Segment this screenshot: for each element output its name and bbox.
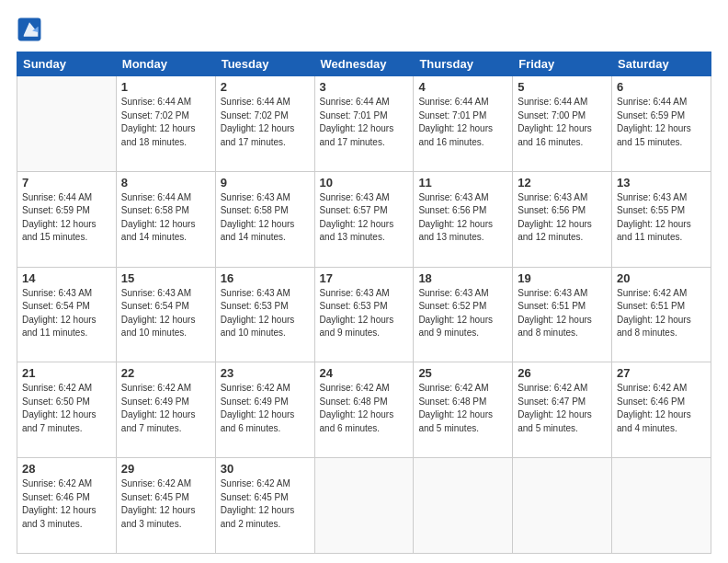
day-info: Sunrise: 6:43 AMSunset: 6:56 PMDaylight:… bbox=[418, 191, 507, 245]
day-number: 5 bbox=[518, 80, 607, 94]
col-header-saturday: Saturday bbox=[612, 52, 711, 76]
day-number: 26 bbox=[518, 366, 607, 380]
week-row: 7Sunrise: 6:44 AMSunset: 6:59 PMDaylight… bbox=[17, 171, 711, 267]
day-info: Sunrise: 6:42 AMSunset: 6:48 PMDaylight:… bbox=[418, 382, 507, 435]
day-info: Sunrise: 6:42 AMSunset: 6:50 PMDaylight:… bbox=[22, 382, 111, 435]
col-header-monday: Monday bbox=[116, 52, 215, 76]
calendar-cell: 13Sunrise: 6:43 AMSunset: 6:55 PMDayligh… bbox=[612, 171, 711, 267]
calendar-cell: 20Sunrise: 6:42 AMSunset: 6:51 PMDayligh… bbox=[612, 267, 711, 362]
day-number: 12 bbox=[518, 176, 607, 190]
day-info: Sunrise: 6:43 AMSunset: 6:54 PMDaylight:… bbox=[22, 287, 111, 340]
col-header-wednesday: Wednesday bbox=[314, 52, 414, 76]
day-number: 13 bbox=[617, 176, 706, 190]
calendar-cell: 4Sunrise: 6:44 AMSunset: 7:01 PMDaylight… bbox=[414, 76, 513, 172]
day-info: Sunrise: 6:43 AMSunset: 6:58 PMDaylight:… bbox=[221, 191, 310, 245]
logo bbox=[17, 17, 46, 42]
day-info: Sunrise: 6:44 AMSunset: 7:01 PMDaylight:… bbox=[320, 96, 409, 149]
calendar-cell: 1Sunrise: 6:44 AMSunset: 7:02 PMDaylight… bbox=[116, 76, 215, 172]
day-info: Sunrise: 6:44 AMSunset: 7:02 PMDaylight:… bbox=[121, 96, 210, 149]
day-number: 9 bbox=[221, 176, 310, 190]
day-info: Sunrise: 6:44 AMSunset: 7:02 PMDaylight:… bbox=[221, 96, 310, 149]
day-number: 11 bbox=[418, 176, 507, 190]
logo-icon bbox=[17, 17, 42, 42]
calendar-cell: 6Sunrise: 6:44 AMSunset: 6:59 PMDaylight… bbox=[612, 76, 711, 172]
day-info: Sunrise: 6:42 AMSunset: 6:46 PMDaylight:… bbox=[617, 382, 706, 435]
day-number: 14 bbox=[22, 271, 111, 285]
col-header-thursday: Thursday bbox=[414, 52, 513, 76]
calendar-cell: 26Sunrise: 6:42 AMSunset: 6:47 PMDayligh… bbox=[513, 362, 612, 458]
calendar-cell: 25Sunrise: 6:42 AMSunset: 6:48 PMDayligh… bbox=[414, 362, 513, 458]
calendar-cell: 2Sunrise: 6:44 AMSunset: 7:02 PMDaylight… bbox=[215, 76, 314, 172]
day-number: 15 bbox=[121, 271, 210, 285]
day-info: Sunrise: 6:42 AMSunset: 6:49 PMDaylight:… bbox=[221, 382, 310, 435]
calendar-cell: 10Sunrise: 6:43 AMSunset: 6:57 PMDayligh… bbox=[314, 171, 414, 267]
calendar-cell bbox=[612, 458, 711, 554]
calendar-cell: 11Sunrise: 6:43 AMSunset: 6:56 PMDayligh… bbox=[414, 171, 513, 267]
calendar-cell: 19Sunrise: 6:43 AMSunset: 6:51 PMDayligh… bbox=[513, 267, 612, 362]
day-number: 29 bbox=[121, 462, 210, 476]
page: SundayMondayTuesdayWednesdayThursdayFrid… bbox=[0, 0, 728, 563]
week-row: 28Sunrise: 6:42 AMSunset: 6:46 PMDayligh… bbox=[17, 458, 711, 554]
day-info: Sunrise: 6:44 AMSunset: 7:00 PMDaylight:… bbox=[518, 96, 607, 149]
calendar-cell bbox=[314, 458, 414, 554]
day-info: Sunrise: 6:42 AMSunset: 6:45 PMDaylight:… bbox=[121, 477, 210, 531]
calendar-cell: 12Sunrise: 6:43 AMSunset: 6:56 PMDayligh… bbox=[513, 171, 612, 267]
day-number: 21 bbox=[22, 366, 111, 380]
day-info: Sunrise: 6:42 AMSunset: 6:45 PMDaylight:… bbox=[221, 477, 310, 531]
day-info: Sunrise: 6:42 AMSunset: 6:46 PMDaylight:… bbox=[22, 477, 111, 531]
day-info: Sunrise: 6:43 AMSunset: 6:56 PMDaylight:… bbox=[518, 191, 607, 245]
day-number: 23 bbox=[221, 366, 310, 380]
calendar-cell bbox=[414, 458, 513, 554]
day-number: 10 bbox=[320, 176, 409, 190]
day-info: Sunrise: 6:44 AMSunset: 7:01 PMDaylight:… bbox=[418, 96, 507, 149]
calendar-cell: 9Sunrise: 6:43 AMSunset: 6:58 PMDaylight… bbox=[215, 171, 314, 267]
calendar-cell: 17Sunrise: 6:43 AMSunset: 6:53 PMDayligh… bbox=[314, 267, 414, 362]
day-info: Sunrise: 6:43 AMSunset: 6:55 PMDaylight:… bbox=[617, 191, 706, 245]
day-number: 30 bbox=[221, 462, 310, 476]
day-info: Sunrise: 6:42 AMSunset: 6:51 PMDaylight:… bbox=[617, 287, 706, 340]
col-header-friday: Friday bbox=[513, 52, 612, 76]
calendar-cell: 7Sunrise: 6:44 AMSunset: 6:59 PMDaylight… bbox=[17, 171, 117, 267]
col-header-sunday: Sunday bbox=[17, 52, 117, 76]
week-row: 21Sunrise: 6:42 AMSunset: 6:50 PMDayligh… bbox=[17, 362, 711, 458]
week-row: 1Sunrise: 6:44 AMSunset: 7:02 PMDaylight… bbox=[17, 76, 711, 172]
day-number: 17 bbox=[320, 271, 409, 285]
calendar-cell: 29Sunrise: 6:42 AMSunset: 6:45 PMDayligh… bbox=[116, 458, 215, 554]
day-info: Sunrise: 6:43 AMSunset: 6:57 PMDaylight:… bbox=[320, 191, 409, 245]
day-number: 24 bbox=[320, 366, 409, 380]
day-number: 20 bbox=[617, 271, 706, 285]
day-number: 27 bbox=[617, 366, 706, 380]
calendar-cell: 22Sunrise: 6:42 AMSunset: 6:49 PMDayligh… bbox=[116, 362, 215, 458]
day-number: 1 bbox=[121, 80, 210, 94]
day-info: Sunrise: 6:44 AMSunset: 6:59 PMDaylight:… bbox=[22, 191, 111, 245]
day-number: 16 bbox=[221, 271, 310, 285]
calendar-cell: 3Sunrise: 6:44 AMSunset: 7:01 PMDaylight… bbox=[314, 76, 414, 172]
day-info: Sunrise: 6:43 AMSunset: 6:51 PMDaylight:… bbox=[518, 287, 607, 340]
day-number: 2 bbox=[221, 80, 310, 94]
day-info: Sunrise: 6:42 AMSunset: 6:49 PMDaylight:… bbox=[121, 382, 210, 435]
calendar-cell: 21Sunrise: 6:42 AMSunset: 6:50 PMDayligh… bbox=[17, 362, 117, 458]
day-number: 4 bbox=[418, 80, 507, 94]
day-info: Sunrise: 6:42 AMSunset: 6:48 PMDaylight:… bbox=[320, 382, 409, 435]
col-header-tuesday: Tuesday bbox=[215, 52, 314, 76]
day-info: Sunrise: 6:43 AMSunset: 6:52 PMDaylight:… bbox=[418, 287, 507, 340]
calendar-cell: 14Sunrise: 6:43 AMSunset: 6:54 PMDayligh… bbox=[17, 267, 117, 362]
day-info: Sunrise: 6:44 AMSunset: 6:58 PMDaylight:… bbox=[121, 191, 210, 245]
calendar-cell bbox=[513, 458, 612, 554]
calendar-cell: 15Sunrise: 6:43 AMSunset: 6:54 PMDayligh… bbox=[116, 267, 215, 362]
week-row: 14Sunrise: 6:43 AMSunset: 6:54 PMDayligh… bbox=[17, 267, 711, 362]
day-number: 18 bbox=[418, 271, 507, 285]
calendar-table: SundayMondayTuesdayWednesdayThursdayFrid… bbox=[17, 52, 711, 554]
header bbox=[17, 17, 711, 42]
day-number: 22 bbox=[121, 366, 210, 380]
calendar-cell: 24Sunrise: 6:42 AMSunset: 6:48 PMDayligh… bbox=[314, 362, 414, 458]
day-number: 25 bbox=[418, 366, 507, 380]
calendar-cell: 8Sunrise: 6:44 AMSunset: 6:58 PMDaylight… bbox=[116, 171, 215, 267]
calendar-cell: 28Sunrise: 6:42 AMSunset: 6:46 PMDayligh… bbox=[17, 458, 117, 554]
day-number: 28 bbox=[22, 462, 111, 476]
day-number: 6 bbox=[617, 80, 706, 94]
day-number: 19 bbox=[518, 271, 607, 285]
day-number: 8 bbox=[121, 176, 210, 190]
calendar-cell bbox=[17, 76, 117, 172]
day-number: 7 bbox=[22, 176, 111, 190]
